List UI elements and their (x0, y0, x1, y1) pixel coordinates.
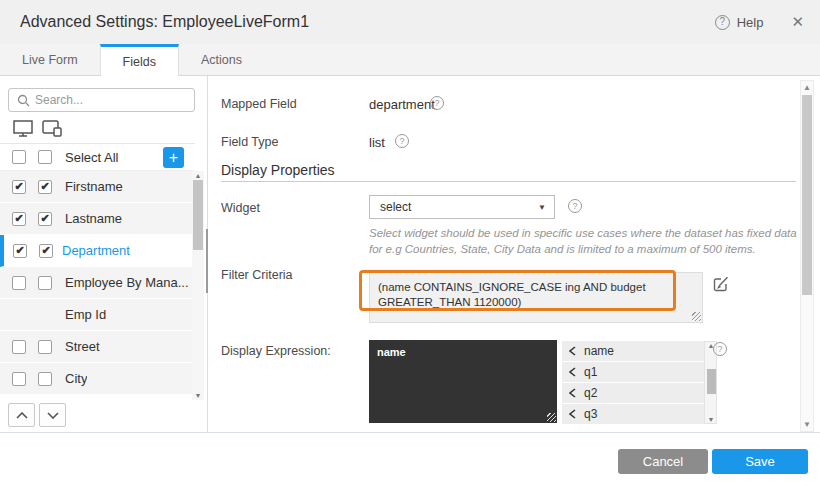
reorder-buttons (8, 403, 66, 427)
filter-criteria-label: Filter Criteria (221, 268, 293, 282)
add-field-button[interactable]: + (163, 147, 184, 168)
checkbox-checked[interactable]: ✔ (39, 244, 53, 258)
list-item-label: Department (62, 243, 130, 258)
expression-field-q3[interactable]: q3 (562, 404, 704, 424)
desktop-icon[interactable] (13, 120, 33, 137)
field-settings-panel: Mapped Field department ? Field Type lis… (208, 76, 800, 432)
tab-bar: Live Form Fields Actions (0, 44, 820, 76)
scroll-down-icon[interactable]: ▼ (801, 420, 813, 429)
search-placeholder: Search... (35, 93, 83, 107)
scroll-down-icon[interactable]: ▼ (192, 392, 204, 399)
widget-label: Widget (221, 201, 260, 215)
help-icon: ? (715, 15, 730, 30)
list-item-label: Street (65, 339, 100, 354)
widget-help-icon[interactable]: ? (568, 199, 582, 213)
select-all-checkbox-desktop[interactable] (12, 150, 26, 164)
chevron-down-icon (47, 412, 59, 419)
editor-resize-handle[interactable] (547, 413, 556, 422)
tab-live-form[interactable]: Live Form (0, 44, 100, 75)
list-item-label: Emp Id (65, 307, 106, 322)
edit-filter-icon[interactable] (713, 275, 730, 296)
list-item-firstname[interactable]: ✔ ✔ Firstname (0, 171, 195, 203)
scroll-down-icon[interactable]: ▼ (705, 416, 717, 423)
advanced-settings-dialog: Advanced Settings: EmployeeLiveForm1 ? H… (0, 0, 820, 488)
scroll-up-icon[interactable]: ▲ (192, 172, 204, 179)
select-all-row: Select All + (0, 144, 195, 171)
scroll-up-icon[interactable]: ▲ (801, 83, 813, 92)
checkbox-unchecked[interactable] (38, 372, 52, 386)
field-type-help-icon[interactable]: ? (395, 134, 409, 148)
mapped-field-help-icon[interactable]: ? (430, 96, 444, 110)
chevron-up-icon (16, 412, 28, 419)
field-list: ✔ ✔ Firstname ✔ ✔ Lastname ✔ ✔ Departmen… (0, 171, 195, 400)
display-expression-label: Display Expression: (221, 344, 331, 358)
expression-field-q2[interactable]: q2 (562, 383, 704, 403)
checkbox-checked[interactable]: ✔ (12, 180, 26, 194)
move-down-button[interactable] (39, 403, 66, 427)
save-button[interactable]: Save (712, 449, 808, 474)
dialog-title: Advanced Settings: EmployeeLiveForm1 (20, 13, 715, 31)
list-item-label: Firstname (65, 179, 123, 194)
select-all-label: Select All (65, 150, 118, 165)
close-icon[interactable]: ✕ (791, 13, 804, 31)
list-item-label: Employee By Mana... (65, 275, 189, 290)
list-item-label: Lastname (65, 211, 122, 226)
filter-criteria-textarea[interactable]: (name CONTAINS_IGNORE_CASE ing AND budge… (369, 272, 703, 323)
display-expression-editor[interactable]: name (369, 340, 557, 423)
main-scrollbar[interactable]: ▲ ▼ (800, 80, 814, 432)
dialog-footer: Cancel Save (0, 432, 820, 488)
checkbox-checked[interactable]: ✔ (13, 244, 27, 258)
help-label: Help (737, 15, 764, 30)
expression-field-label: q2 (584, 386, 597, 400)
field-type-value: list (369, 135, 385, 150)
checkbox-placeholder (38, 308, 52, 322)
search-icon (17, 94, 30, 107)
checkbox-unchecked[interactable] (38, 276, 52, 290)
expression-field-q1[interactable]: q1 (562, 362, 704, 382)
dropdown-arrow-icon: ▼ (538, 203, 546, 212)
select-all-checkbox-mobile[interactable] (38, 150, 52, 164)
tab-fields[interactable]: Fields (100, 44, 179, 76)
section-divider (221, 181, 796, 182)
scrollbar-thumb[interactable] (193, 180, 203, 250)
display-expression-value: name (377, 346, 406, 358)
chevron-left-icon (569, 388, 576, 398)
field-type-label: Field Type (221, 135, 278, 149)
dialog-titlebar: Advanced Settings: EmployeeLiveForm1 ? H… (0, 0, 820, 44)
expression-field-list: name q1 q2 q3 (562, 341, 704, 424)
move-up-button[interactable] (8, 403, 35, 427)
expression-field-name[interactable]: name (562, 341, 704, 361)
list-item-street[interactable]: Street (0, 331, 195, 363)
checkbox-checked[interactable]: ✔ (38, 212, 52, 226)
textarea-resize-handle[interactable] (692, 312, 701, 321)
chevron-left-icon (569, 346, 576, 356)
list-item-label: City (65, 371, 87, 386)
checkbox-unchecked[interactable] (12, 340, 26, 354)
display-properties-heading: Display Properties (221, 162, 335, 178)
expression-field-label: q3 (584, 407, 597, 421)
checkbox-unchecked[interactable] (38, 340, 52, 354)
checkbox-checked[interactable]: ✔ (38, 180, 52, 194)
chevron-left-icon (569, 367, 576, 377)
checkbox-unchecked[interactable] (12, 372, 26, 386)
chevron-left-icon (569, 409, 576, 419)
search-input[interactable]: Search... (8, 88, 195, 112)
checkbox-checked[interactable]: ✔ (12, 212, 26, 226)
list-item-city[interactable]: City (0, 363, 195, 395)
cancel-button[interactable]: Cancel (618, 449, 708, 474)
checkbox-unchecked[interactable] (12, 276, 26, 290)
widget-select[interactable]: select ▼ (369, 195, 555, 219)
expression-field-label: q1 (584, 365, 597, 379)
list-item-lastname[interactable]: ✔ ✔ Lastname (0, 203, 195, 235)
tab-actions[interactable]: Actions (179, 44, 264, 75)
scrollbar-thumb[interactable] (802, 95, 812, 295)
mapped-field-label: Mapped Field (221, 97, 297, 111)
scrollbar-thumb[interactable] (707, 369, 716, 394)
mobile-tablet-icon[interactable] (42, 120, 63, 137)
list-item-department[interactable]: ✔ ✔ Department (0, 235, 195, 267)
display-expression-help-icon[interactable]: ? (713, 342, 727, 356)
sidebar-scrollbar[interactable]: ▲ ▼ (192, 171, 204, 400)
list-item-emp-id[interactable]: Emp Id (0, 299, 195, 331)
help-button[interactable]: ? Help (715, 15, 764, 30)
list-item-employee-by-manager[interactable]: Employee By Mana... (0, 267, 195, 299)
